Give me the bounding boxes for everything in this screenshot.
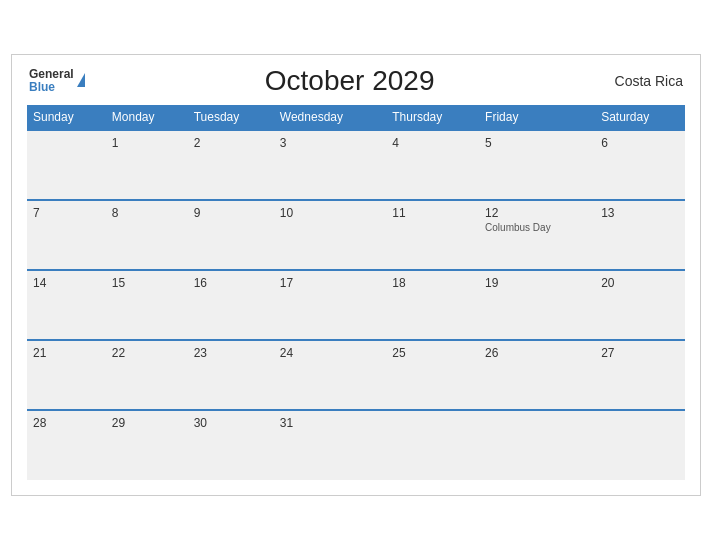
header-friday: Friday [479, 105, 595, 130]
day-number: 30 [194, 416, 268, 430]
day-cell: 8 [106, 200, 188, 270]
day-number: 6 [601, 136, 679, 150]
day-number: 29 [112, 416, 182, 430]
day-cell: 29 [106, 410, 188, 480]
day-cell: 25 [386, 340, 479, 410]
day-cell: 14 [27, 270, 106, 340]
day-cell: 7 [27, 200, 106, 270]
day-cell: 2 [188, 130, 274, 200]
calendar-title: October 2029 [85, 65, 615, 97]
country-name: Costa Rica [615, 73, 683, 89]
day-cell: 18 [386, 270, 479, 340]
day-cell: 23 [188, 340, 274, 410]
week-row-2: 14151617181920 [27, 270, 685, 340]
day-number: 1 [112, 136, 182, 150]
day-number: 2 [194, 136, 268, 150]
day-number: 28 [33, 416, 100, 430]
day-cell: 28 [27, 410, 106, 480]
day-number: 26 [485, 346, 589, 360]
day-cell: 24 [274, 340, 386, 410]
day-cell: 12Columbus Day [479, 200, 595, 270]
day-cell: 20 [595, 270, 685, 340]
day-number: 24 [280, 346, 380, 360]
day-number: 16 [194, 276, 268, 290]
day-cell: 30 [188, 410, 274, 480]
day-cell [386, 410, 479, 480]
day-number: 7 [33, 206, 100, 220]
calendar-table: Sunday Monday Tuesday Wednesday Thursday… [27, 105, 685, 480]
day-number: 25 [392, 346, 473, 360]
calendar-header: General Blue October 2029 Costa Rica [27, 65, 685, 97]
day-cell [479, 410, 595, 480]
header-sunday: Sunday [27, 105, 106, 130]
header-tuesday: Tuesday [188, 105, 274, 130]
day-cell: 11 [386, 200, 479, 270]
day-number: 4 [392, 136, 473, 150]
day-cell: 31 [274, 410, 386, 480]
logo-blue-text: Blue [29, 81, 74, 94]
logo-triangle-icon [77, 73, 85, 87]
day-number: 11 [392, 206, 473, 220]
day-number: 19 [485, 276, 589, 290]
day-cell: 21 [27, 340, 106, 410]
week-row-4: 28293031 [27, 410, 685, 480]
header-monday: Monday [106, 105, 188, 130]
day-number: 27 [601, 346, 679, 360]
logo: General Blue [29, 68, 85, 94]
day-number: 18 [392, 276, 473, 290]
day-cell: 17 [274, 270, 386, 340]
day-number: 12 [485, 206, 589, 220]
week-row-1: 789101112Columbus Day13 [27, 200, 685, 270]
day-cell [27, 130, 106, 200]
day-number: 5 [485, 136, 589, 150]
day-cell: 9 [188, 200, 274, 270]
day-number: 8 [112, 206, 182, 220]
day-number: 22 [112, 346, 182, 360]
day-number: 23 [194, 346, 268, 360]
day-number: 13 [601, 206, 679, 220]
day-cell: 19 [479, 270, 595, 340]
day-cell: 1 [106, 130, 188, 200]
day-cell: 27 [595, 340, 685, 410]
day-cell: 26 [479, 340, 595, 410]
day-cell [595, 410, 685, 480]
day-cell: 15 [106, 270, 188, 340]
day-number: 10 [280, 206, 380, 220]
day-number: 3 [280, 136, 380, 150]
day-number: 9 [194, 206, 268, 220]
event-label: Columbus Day [485, 222, 589, 233]
day-cell: 16 [188, 270, 274, 340]
week-row-0: 123456 [27, 130, 685, 200]
week-row-3: 21222324252627 [27, 340, 685, 410]
day-number: 20 [601, 276, 679, 290]
day-number: 31 [280, 416, 380, 430]
header-saturday: Saturday [595, 105, 685, 130]
header-wednesday: Wednesday [274, 105, 386, 130]
day-cell: 6 [595, 130, 685, 200]
day-number: 21 [33, 346, 100, 360]
day-cell: 22 [106, 340, 188, 410]
day-number: 14 [33, 276, 100, 290]
day-cell: 3 [274, 130, 386, 200]
day-number: 17 [280, 276, 380, 290]
header-thursday: Thursday [386, 105, 479, 130]
calendar-container: General Blue October 2029 Costa Rica Sun… [11, 54, 701, 496]
day-cell: 13 [595, 200, 685, 270]
day-cell: 10 [274, 200, 386, 270]
day-cell: 4 [386, 130, 479, 200]
day-number: 15 [112, 276, 182, 290]
day-cell: 5 [479, 130, 595, 200]
days-header-row: Sunday Monday Tuesday Wednesday Thursday… [27, 105, 685, 130]
